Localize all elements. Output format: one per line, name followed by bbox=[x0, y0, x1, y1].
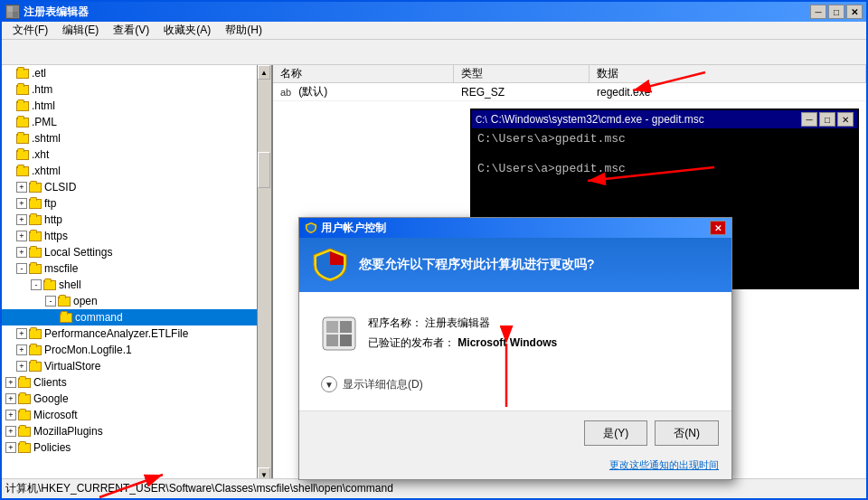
status-text: 计算机\HKEY_CURRENT_USER\Software\Classes\m… bbox=[5, 481, 393, 496]
tree-item-microsoft[interactable]: + Microsoft bbox=[2, 407, 271, 423]
tree-item-virtualstore[interactable]: + VirtualStore bbox=[2, 358, 271, 374]
expand-http[interactable]: + bbox=[16, 214, 27, 225]
uac-close-btn[interactable]: ✕ bbox=[710, 221, 726, 235]
cmd-minimize[interactable]: ─ bbox=[801, 112, 817, 127]
expand-performance[interactable]: + bbox=[16, 328, 27, 339]
uac-details-label[interactable]: 显示详细信息(D) bbox=[343, 377, 423, 392]
menu-view[interactable]: 查看(V) bbox=[106, 21, 156, 40]
col-header-type: 类型 bbox=[454, 65, 590, 82]
cmd-close[interactable]: ✕ bbox=[837, 112, 854, 127]
expand-google[interactable]: + bbox=[5, 393, 16, 404]
svg-rect-5 bbox=[326, 321, 338, 333]
folder-icon bbox=[29, 264, 42, 274]
uac-app-icon bbox=[321, 316, 357, 352]
uac-title-text: 用户帐户控制 bbox=[321, 221, 386, 236]
minimize-button[interactable]: ─ bbox=[810, 5, 826, 19]
tree-item-shell[interactable]: - shell bbox=[2, 277, 271, 293]
svg-rect-8 bbox=[340, 335, 352, 346]
row-name: ab(默认) bbox=[273, 82, 454, 101]
folder-icon bbox=[16, 85, 29, 95]
folder-icon bbox=[29, 231, 42, 241]
toolbar bbox=[2, 40, 866, 65]
cmd-window-controls: ─ □ ✕ bbox=[801, 112, 854, 127]
uac-buttons: 是(Y) 否(N) bbox=[299, 410, 731, 455]
tree-item-local-settings[interactable]: + Local Settings bbox=[2, 244, 271, 260]
menu-file[interactable]: 文件(F) bbox=[5, 21, 55, 40]
tree-item-clsid[interactable]: + CLSID bbox=[2, 179, 271, 195]
folder-icon bbox=[16, 166, 29, 176]
expand-shell[interactable]: - bbox=[31, 279, 42, 290]
menu-favorites[interactable]: 收藏夹(A) bbox=[156, 21, 218, 40]
tree-item-performance[interactable]: + PerformanceAnalyzer.ETLFile bbox=[2, 325, 271, 342]
uac-dialog: 用户帐户控制 ✕ 您要允许以下程序对此计算机进行更改吗? bbox=[298, 217, 732, 480]
uac-question-text: 您要允许以下程序对此计算机进行更改吗? bbox=[359, 256, 595, 274]
uac-publisher-name: Microsoft Windows bbox=[458, 336, 557, 349]
tree-item-procmon[interactable]: + ProcMon.Logfile.1 bbox=[2, 342, 271, 358]
expand-clients[interactable]: + bbox=[5, 377, 16, 388]
row-type: REG_SZ bbox=[454, 84, 590, 100]
svg-rect-6 bbox=[340, 321, 352, 333]
tree-item-etl[interactable]: .etl bbox=[2, 65, 271, 81]
uac-change-link[interactable]: 更改这些通知的出现时间 bbox=[299, 455, 731, 479]
tree-item-xhtml[interactable]: .xhtml bbox=[2, 163, 271, 179]
svg-rect-1 bbox=[13, 6, 18, 12]
uac-blue-bar: 您要允许以下程序对此计算机进行更改吗? bbox=[299, 238, 731, 292]
uac-title-bar: 用户帐户控制 ✕ bbox=[299, 218, 731, 238]
expand-open[interactable]: - bbox=[45, 296, 56, 307]
cmd-line1: C:\Users\a>gpedit.msc bbox=[477, 132, 852, 146]
expand-microsoft[interactable]: + bbox=[5, 410, 16, 420]
right-panel-header: 名称 类型 数据 bbox=[273, 65, 866, 83]
tree-item-mscfile[interactable]: - mscfile bbox=[2, 260, 271, 277]
tree-item-xht[interactable]: .xht bbox=[2, 146, 271, 163]
folder-icon bbox=[29, 362, 42, 372]
expand-local-settings[interactable]: + bbox=[16, 247, 27, 258]
uac-publisher-line: 已验证的发布者： Microsoft Windows bbox=[368, 334, 557, 354]
menu-edit[interactable]: 编辑(E) bbox=[55, 21, 106, 40]
tree-item-pml[interactable]: .PML bbox=[2, 114, 271, 130]
menu-help[interactable]: 帮助(H) bbox=[218, 21, 269, 40]
folder-icon bbox=[18, 394, 31, 404]
expand-mozilla[interactable]: + bbox=[5, 426, 16, 437]
expand-ftp[interactable]: + bbox=[16, 198, 27, 209]
registry-row[interactable]: ab(默认) REG_SZ regedit.exe bbox=[273, 83, 866, 101]
expand-virtualstore[interactable]: + bbox=[16, 361, 27, 372]
tree-item-https[interactable]: + https bbox=[2, 228, 271, 244]
uac-yes-button[interactable]: 是(Y) bbox=[584, 420, 647, 446]
expand-policies[interactable]: + bbox=[5, 442, 16, 453]
svg-rect-2 bbox=[7, 12, 13, 17]
svg-rect-0 bbox=[7, 6, 13, 12]
uac-shield-small-icon bbox=[305, 222, 317, 234]
expand-mscfile[interactable]: - bbox=[16, 263, 27, 274]
tree-item-shtml[interactable]: .shtml bbox=[2, 130, 271, 146]
folder-icon bbox=[29, 199, 42, 209]
tree-item-policies[interactable]: + Policies bbox=[2, 439, 271, 456]
folder-icon bbox=[29, 215, 42, 225]
expand-https[interactable]: + bbox=[16, 231, 27, 241]
cmd-title-text: C:\Windows\system32\cmd.exe - gpedit.msc bbox=[491, 113, 704, 126]
tree-item-open[interactable]: - open bbox=[2, 293, 271, 309]
details-chevron-icon[interactable]: ▼ bbox=[321, 376, 337, 392]
tree-scrollbar[interactable]: ▲ ▼ bbox=[257, 65, 271, 482]
close-button[interactable]: ✕ bbox=[846, 5, 863, 19]
menu-bar: 文件(F) 编辑(E) 查看(V) 收藏夹(A) 帮助(H) bbox=[2, 22, 866, 40]
folder-icon bbox=[18, 443, 31, 453]
tree-item-htm[interactable]: .htm bbox=[2, 81, 271, 98]
col-header-name: 名称 bbox=[273, 65, 454, 82]
uac-close-icon[interactable]: ✕ bbox=[710, 221, 726, 235]
tree-item-google[interactable]: + Google bbox=[2, 391, 271, 407]
col-header-data: 数据 bbox=[590, 65, 866, 82]
tree-item-http[interactable]: + http bbox=[2, 212, 271, 228]
expand-procmon[interactable]: + bbox=[16, 344, 27, 355]
maximize-button[interactable]: □ bbox=[828, 5, 844, 19]
cmd-maximize[interactable]: □ bbox=[819, 112, 835, 127]
regedit-title: 注册表编辑器 bbox=[24, 5, 89, 20]
uac-no-button[interactable]: 否(N) bbox=[655, 420, 719, 446]
tree-item-clients[interactable]: + Clients bbox=[2, 374, 271, 391]
tree-item-ftp[interactable]: + ftp bbox=[2, 195, 271, 212]
tree-item-mozilla[interactable]: + MozillaPlugins bbox=[2, 423, 271, 439]
tree-item-command[interactable]: command bbox=[2, 309, 271, 325]
tree-panel[interactable]: .etl .htm .html .PML .shtml bbox=[2, 65, 273, 482]
folder-icon bbox=[29, 329, 42, 339]
expand-clsid[interactable]: + bbox=[16, 182, 27, 193]
tree-item-html[interactable]: .html bbox=[2, 98, 271, 114]
